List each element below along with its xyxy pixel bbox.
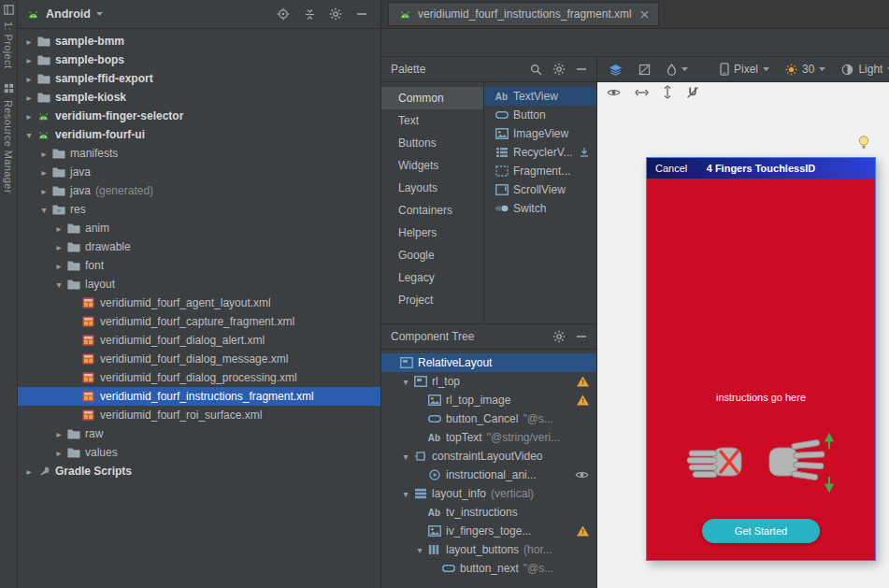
preview-instructions-text[interactable]: instructions go here xyxy=(647,392,875,403)
chevron-down-icon[interactable]: ▾ xyxy=(399,452,412,462)
project-tree-item[interactable]: ▸sample-kiosk xyxy=(18,88,380,107)
chevron-right-icon[interactable]: ▸ xyxy=(52,242,65,252)
editor-tab[interactable]: veridiumid_fourf_instructions_fragment.x… xyxy=(388,2,659,26)
component-tree-item[interactable]: AbtopText"@string/veri... xyxy=(381,428,596,447)
lightbulb-hint-icon[interactable] xyxy=(857,135,870,151)
pan-horizontal-icon[interactable] xyxy=(635,88,649,97)
chevron-down-icon[interactable]: ▾ xyxy=(22,130,36,140)
project-tree-item[interactable]: ▸sample-bmm xyxy=(18,32,380,50)
project-tree-item[interactable]: ▾veridium-fourf-ui xyxy=(18,125,380,144)
blueprint-toggle-icon[interactable] xyxy=(638,64,651,76)
gear-icon[interactable] xyxy=(325,4,346,24)
project-tree-item[interactable]: veridiumid_fourf_agent_layout.xml xyxy=(18,294,380,312)
component-tree-item[interactable]: instructional_ani... xyxy=(381,466,596,484)
component-tree-item[interactable]: RelativeLayout xyxy=(381,353,596,372)
palette-category-containers[interactable]: Containers xyxy=(381,199,483,222)
component-tree-item[interactable]: ▾layout_info(vertical) xyxy=(381,484,596,503)
project-tree-item[interactable]: veridiumid_fourf_dialog_alert.xml xyxy=(18,331,380,350)
palette-category-common[interactable]: Common xyxy=(381,87,483,109)
chevron-down-icon[interactable]: ▾ xyxy=(413,545,426,555)
palette-category-buttons[interactable]: Buttons xyxy=(381,132,483,154)
project-tree-item[interactable]: ▸java xyxy=(18,163,380,181)
project-tree-item[interactable]: ▸Gradle Scripts xyxy=(18,462,380,480)
chevron-right-icon[interactable]: ▸ xyxy=(22,74,36,84)
collapse-all-icon[interactable] xyxy=(299,4,320,24)
hide-panel-icon[interactable] xyxy=(351,4,372,24)
project-tree-item[interactable]: ▸anim xyxy=(18,219,380,237)
palette-item[interactable]: ScrollView xyxy=(484,180,596,199)
project-tree-item[interactable]: ▾layout xyxy=(18,275,380,294)
component-tree-item[interactable]: button_next"@s... xyxy=(381,559,596,578)
search-icon[interactable] xyxy=(530,64,542,76)
palette-item[interactable]: RecyclerV... xyxy=(484,143,596,162)
palette-category-google[interactable]: Google xyxy=(381,244,483,266)
palette-item[interactable]: Switch xyxy=(484,199,596,218)
palette-category-layouts[interactable]: Layouts xyxy=(381,177,483,199)
color-mode-dropdown[interactable] xyxy=(667,64,688,76)
chevron-right-icon[interactable]: ▸ xyxy=(22,55,36,65)
component-tree-item[interactable]: ▾rl_top! xyxy=(381,372,596,391)
project-tree-item[interactable]: ▾res xyxy=(18,200,380,219)
download-icon[interactable] xyxy=(579,147,590,158)
design-canvas[interactable]: Cancel 4 Fingers TouchlessID instruction… xyxy=(597,82,889,588)
tool-window-button-resource-manager[interactable]: Resource Manager xyxy=(3,83,14,194)
preview-cancel-button[interactable]: Cancel xyxy=(655,163,687,174)
gear-icon[interactable] xyxy=(552,63,566,76)
chevron-right-icon[interactable]: ▸ xyxy=(22,93,36,103)
component-tree-item[interactable]: button_Cancel"@s... xyxy=(381,409,596,428)
component-tree-item[interactable]: ▾constraintLayoutVideo xyxy=(381,447,596,466)
project-tree-item[interactable]: veridiumid_fourf_dialog_message.xml xyxy=(18,350,380,368)
device-dropdown[interactable]: Pixel xyxy=(720,63,769,76)
chevron-down-icon[interactable] xyxy=(96,12,103,16)
phone-preview[interactable]: Cancel 4 Fingers TouchlessID instruction… xyxy=(646,157,876,561)
project-tree-item[interactable]: ▸java(generated) xyxy=(18,181,380,200)
palette-category-helpers[interactable]: Helpers xyxy=(381,222,483,244)
palette-item[interactable]: AbTextView xyxy=(484,87,596,106)
pan-vertical-icon[interactable] xyxy=(663,85,672,99)
component-tree-item[interactable]: rl_top_image! xyxy=(381,391,596,409)
close-icon[interactable] xyxy=(640,10,649,19)
project-tree-item[interactable]: ▸sample-bops xyxy=(18,50,380,69)
chevron-right-icon[interactable]: ▸ xyxy=(22,36,36,47)
project-tree-item[interactable]: ▸drawable xyxy=(18,237,380,256)
chevron-right-icon[interactable]: ▸ xyxy=(22,111,36,122)
project-view-selector[interactable]: Android xyxy=(46,7,91,21)
hands-illustration[interactable] xyxy=(685,433,837,495)
project-tree-item[interactable]: veridiumid_fourf_instructions_fragment.x… xyxy=(18,387,380,406)
chevron-right-icon[interactable]: ▸ xyxy=(52,261,65,271)
gear-icon[interactable] xyxy=(552,330,566,343)
theme-dropdown[interactable]: Light xyxy=(841,63,889,76)
palette-category-legacy[interactable]: Legacy xyxy=(381,266,483,289)
chevron-right-icon[interactable]: ▸ xyxy=(37,149,50,159)
chevron-down-icon[interactable]: ▾ xyxy=(37,205,50,215)
palette-item[interactable]: Fragment... xyxy=(484,162,596,180)
palette-item[interactable]: Button xyxy=(484,106,596,124)
palette-category-project[interactable]: Project xyxy=(381,289,483,311)
eye-icon[interactable] xyxy=(607,88,621,97)
chevron-right-icon[interactable]: ▸ xyxy=(52,448,65,458)
eye-icon[interactable] xyxy=(575,470,589,480)
chevron-right-icon[interactable]: ▸ xyxy=(52,223,65,234)
chevron-down-icon[interactable]: ▾ xyxy=(399,377,412,387)
palette-category-widgets[interactable]: Widgets xyxy=(381,154,483,177)
project-tree-item[interactable]: ▸font xyxy=(18,256,380,275)
component-tree-item[interactable]: Abtv_instructions xyxy=(381,503,596,522)
magnet-off-icon[interactable] xyxy=(686,86,699,99)
palette-category-text[interactable]: Text xyxy=(381,109,483,132)
chevron-down-icon[interactable]: ▾ xyxy=(52,280,65,290)
chevron-right-icon[interactable]: ▸ xyxy=(22,466,36,477)
palette-item[interactable]: ImageView xyxy=(484,124,596,143)
get-started-button[interactable]: Get Started xyxy=(702,519,820,543)
project-tree-item[interactable]: veridiumid_fourf_dialog_processing.xml xyxy=(18,368,380,387)
chevron-right-icon[interactable]: ▸ xyxy=(52,429,65,439)
component-tree-item[interactable]: iv_fingers_toge...! xyxy=(381,522,596,540)
project-tree-item[interactable]: veridiumid_fourf_capture_fragment.xml xyxy=(18,312,380,331)
locate-file-icon[interactable] xyxy=(273,4,294,24)
design-surface-icon[interactable] xyxy=(609,64,623,76)
minimize-icon[interactable] xyxy=(576,67,587,71)
chevron-right-icon[interactable]: ▸ xyxy=(37,167,50,178)
minimize-icon[interactable] xyxy=(576,335,587,338)
project-tree-item[interactable]: ▸sample-ffid-export xyxy=(18,69,380,88)
project-tree-item[interactable]: veridiumid_fourf_roi_surface.xml xyxy=(18,406,380,424)
project-tree-item[interactable]: ▸raw xyxy=(18,424,380,443)
